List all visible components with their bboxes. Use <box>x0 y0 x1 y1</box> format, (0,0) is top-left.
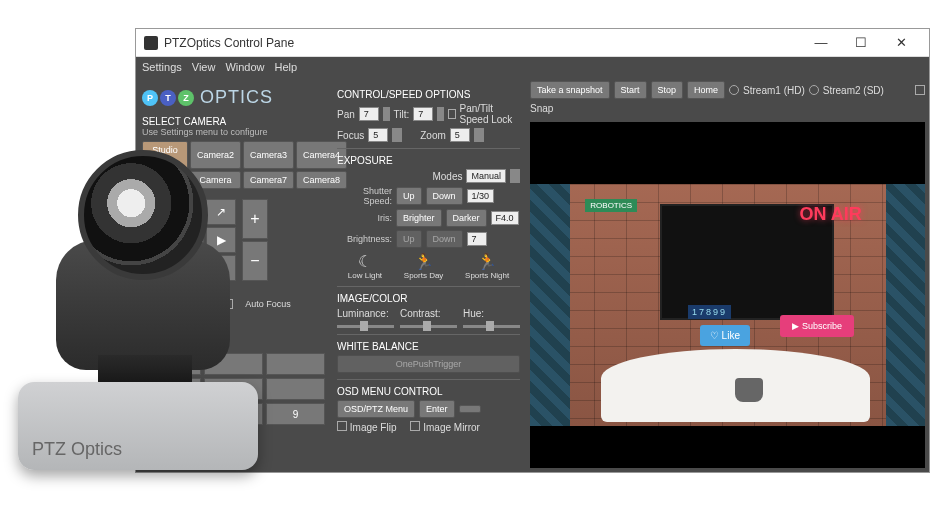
preview-toolbar: Take a snapshot Start Stop Home Stream1 … <box>526 77 929 118</box>
zoom-speed-label: Zoom <box>420 130 446 141</box>
like-pillow: ♡ Like <box>700 325 750 346</box>
focus-spinner[interactable] <box>392 128 402 142</box>
menu-help[interactable]: Help <box>275 61 298 73</box>
luminance-slider[interactable] <box>337 325 394 328</box>
mini-camera-on-table <box>735 378 763 402</box>
brand-logo: P T Z OPTICS <box>142 87 325 108</box>
osd-title: OSD MENU CONTROL <box>337 386 520 397</box>
acoustic-foam-left <box>530 184 570 426</box>
hero-camera-brand: PTZ Optics <box>32 439 122 460</box>
menu-window[interactable]: Window <box>225 61 264 73</box>
menu-view[interactable]: View <box>192 61 216 73</box>
tilt-label: Tilt: <box>394 109 410 120</box>
stream2-label: Stream2 (SD) <box>823 85 884 96</box>
osd-back-button[interactable] <box>459 405 481 413</box>
moon-icon: ☾ <box>358 252 372 271</box>
snap-label: Snap <box>530 103 553 114</box>
osd-menu-button[interactable]: OSD/PTZ Menu <box>337 400 415 418</box>
speed-lock-label: Pan/Tilt Speed Lock <box>460 103 520 125</box>
hero-camera-base: PTZ Optics <box>18 382 258 470</box>
mode-sports-night[interactable]: 🏃Sports Night <box>465 252 509 280</box>
titlebar: PTZOptics Control Pane — ☐ ✕ <box>136 29 929 57</box>
minimize-button[interactable]: — <box>801 29 841 57</box>
image-flip-label: Image Flip <box>350 422 397 433</box>
hue-slider[interactable] <box>463 325 520 328</box>
stream2-radio[interactable] <box>809 85 819 95</box>
select-camera-sub: Use Settings menu to configure <box>142 127 325 137</box>
exposure-mode-select[interactable]: Manual <box>466 169 506 183</box>
app-icon <box>144 36 158 50</box>
tilt-value[interactable]: 7 <box>413 107 433 121</box>
osd-enter-button[interactable]: Enter <box>419 400 455 418</box>
preset-button-9[interactable]: 9 <box>266 403 325 425</box>
window-title: PTZOptics Control Pane <box>164 36 801 50</box>
stream1-radio[interactable] <box>729 85 739 95</box>
iris-label: Iris: <box>337 213 392 223</box>
shutter-label: Shutter Speed: <box>337 186 392 206</box>
shutter-down-button[interactable]: Down <box>426 187 463 205</box>
image-mirror-checkbox[interactable] <box>410 421 420 431</box>
right-panel: Take a snapshot Start Stop Home Stream1 … <box>526 77 929 472</box>
contrast-label: Contrast: <box>400 308 441 319</box>
pan-label: Pan <box>337 109 355 120</box>
logo-circle-p-icon: P <box>142 90 158 106</box>
brightness-down-button[interactable]: Down <box>426 230 463 248</box>
subscribe-pillow: ▶ Subscribe <box>780 315 854 337</box>
close-button[interactable]: ✕ <box>881 29 921 57</box>
logo-circle-z-icon: Z <box>178 90 194 106</box>
hero-camera-lens <box>78 150 208 280</box>
shutter-up-button[interactable]: Up <box>396 187 422 205</box>
runner-day-icon: 🏃 <box>414 252 434 271</box>
modes-label: Modes <box>432 171 462 182</box>
preview-scene: ROBOTICS ON AIR 17899 ♡ Like ▶ Subscribe <box>530 184 925 426</box>
contrast-slider[interactable] <box>400 325 457 328</box>
maximize-button[interactable]: ☐ <box>841 29 881 57</box>
zoom-spinner[interactable] <box>474 128 484 142</box>
middle-panel: CONTROL/SPEED OPTIONS Pan 7 Tilt: 7 Pan/… <box>331 77 526 472</box>
iris-value: F4.0 <box>491 211 519 225</box>
white-balance-title: WHITE BALANCE <box>337 341 520 352</box>
logo-circle-t-icon: T <box>160 90 176 106</box>
preset-button-6[interactable] <box>266 378 325 400</box>
robotics-sign: ROBOTICS <box>585 199 637 212</box>
video-preview: ROBOTICS ON AIR 17899 ♡ Like ▶ Subscribe <box>530 122 925 468</box>
subscriber-counter: 17899 <box>688 305 731 319</box>
hero-camera-photo: PTZ Optics <box>18 150 258 480</box>
image-mirror-label: Image Mirror <box>423 422 480 433</box>
focus-speed-value[interactable]: 5 <box>368 128 388 142</box>
home-button[interactable]: Home <box>687 81 725 99</box>
focus-speed-label: Focus <box>337 130 364 141</box>
shutter-value: 1/30 <box>467 189 495 203</box>
exposure-title: EXPOSURE <box>337 155 520 166</box>
mode-low-light[interactable]: ☾Low Light <box>348 252 382 280</box>
exposure-mode-dropdown-icon[interactable] <box>510 169 520 183</box>
iris-brighter-button[interactable]: Brighter <box>396 209 442 227</box>
stop-button[interactable]: Stop <box>651 81 684 99</box>
stream1-label: Stream1 (HD) <box>743 85 805 96</box>
select-camera-title: SELECT CAMERA <box>142 116 325 127</box>
speed-lock-checkbox[interactable] <box>448 109 455 119</box>
zoom-speed-value[interactable]: 5 <box>450 128 470 142</box>
iris-darker-button[interactable]: Darker <box>446 209 487 227</box>
control-speed-title: CONTROL/SPEED OPTIONS <box>337 89 520 100</box>
image-color-title: IMAGE/COLOR <box>337 293 520 304</box>
onepush-trigger-button[interactable]: OnePushTrigger <box>337 355 520 373</box>
take-snapshot-button[interactable]: Take a snapshot <box>530 81 610 99</box>
snap-checkbox[interactable] <box>915 85 925 95</box>
acoustic-foam-right <box>886 184 926 426</box>
brightness-up-button[interactable]: Up <box>396 230 422 248</box>
menu-settings[interactable]: Settings <box>142 61 182 73</box>
runner-night-icon: 🏃 <box>477 252 497 271</box>
luminance-label: Luminance: <box>337 308 389 319</box>
on-air-sign: ON AIR <box>799 204 861 225</box>
pan-spinner[interactable] <box>383 107 390 121</box>
image-flip-checkbox[interactable] <box>337 421 347 431</box>
tilt-spinner[interactable] <box>437 107 444 121</box>
mode-sports-day[interactable]: 🏃Sports Day <box>404 252 444 280</box>
brightness-label: Brightness: <box>337 234 392 244</box>
start-button[interactable]: Start <box>614 81 647 99</box>
hue-label: Hue: <box>463 308 484 319</box>
pan-value[interactable]: 7 <box>359 107 379 121</box>
preset-button-3[interactable] <box>266 353 325 375</box>
logo-text: OPTICS <box>200 87 273 108</box>
